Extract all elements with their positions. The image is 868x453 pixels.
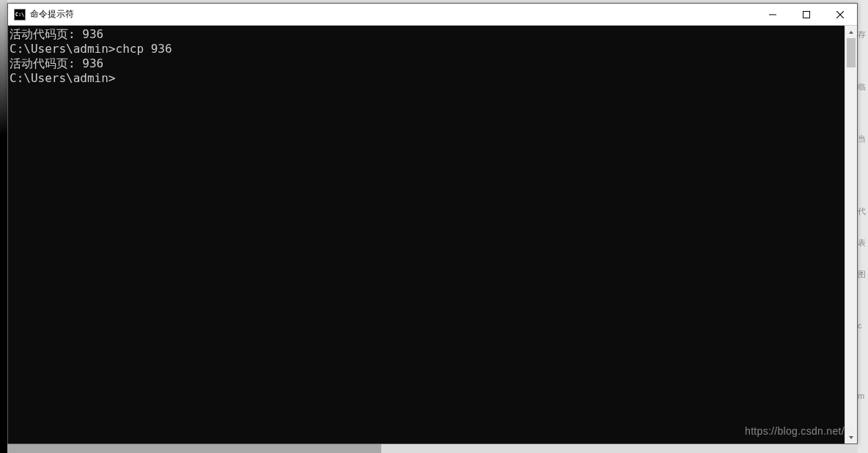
- bg-right-hints: 存临当代表图cm: [858, 29, 867, 400]
- maximize-button[interactable]: [790, 4, 823, 26]
- scroll-thumb[interactable]: [847, 38, 856, 67]
- minimize-button[interactable]: [756, 4, 790, 26]
- vertical-scrollbar[interactable]: [845, 26, 857, 443]
- bg-left-strip: [0, 0, 7, 453]
- cmd-window: C:\ 命令提示符 活动代码页: 936C:\Users\admin>chcp …: [7, 3, 858, 444]
- scroll-track[interactable]: [845, 38, 857, 431]
- svg-rect-1: [803, 11, 810, 18]
- console-line: 活动代码页: 936: [10, 56, 845, 71]
- cmd-icon: C:\: [14, 9, 26, 21]
- scroll-up-button[interactable]: [845, 26, 857, 38]
- close-button[interactable]: [823, 4, 857, 26]
- page-hscroll-thumb[interactable]: [7, 444, 381, 453]
- cmd-icon-label: C:\: [15, 12, 25, 18]
- bg-hint-char: 表: [858, 237, 867, 248]
- bg-hint-char: 存: [858, 29, 867, 40]
- bg-hint-char: 临: [858, 81, 867, 92]
- bg-hint-char: c: [858, 321, 867, 330]
- console-output[interactable]: 活动代码页: 936C:\Users\admin>chcp 936活动代码页: …: [8, 26, 845, 443]
- bg-hint-char: 代: [858, 206, 867, 217]
- bg-hint-char: 当: [858, 133, 867, 144]
- window-title: 命令提示符: [30, 8, 756, 21]
- console-line: C:\Users\admin>: [10, 71, 845, 86]
- console-line: 活动代码页: 936: [10, 27, 845, 42]
- svg-rect-0: [769, 14, 776, 15]
- console-line: C:\Users\admin>chcp 936: [10, 42, 845, 56]
- scroll-down-button[interactable]: [845, 431, 857, 443]
- client-area: 活动代码页: 936C:\Users\admin>chcp 936活动代码页: …: [8, 26, 857, 443]
- bg-hint-char: m: [858, 391, 867, 400]
- page-horizontal-scrollbar[interactable]: [7, 444, 858, 453]
- titlebar[interactable]: C:\ 命令提示符: [8, 4, 857, 26]
- bg-hint-char: 图: [858, 269, 867, 280]
